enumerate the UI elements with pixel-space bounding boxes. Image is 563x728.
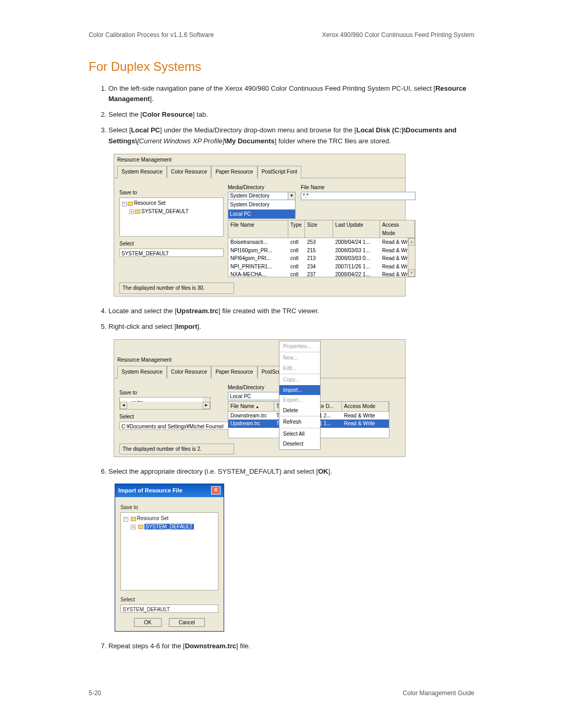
- status-bar: The displayed number of files is 2.: [119, 443, 234, 455]
- save-to-label: Save to: [119, 389, 224, 397]
- tab-bar: System Resource Color Resource Paper Res…: [114, 165, 405, 178]
- tab-paper-resource[interactable]: Paper Resource: [211, 366, 257, 378]
- cancel-button[interactable]: Cancel: [169, 618, 205, 627]
- tab-color-resource[interactable]: Color Resource: [167, 166, 211, 178]
- col-filename[interactable]: File Name: [228, 220, 288, 238]
- folder-icon: [138, 525, 143, 529]
- table-row[interactable]: NPI160gsm_PR...cntl2152008/03/03 1...Rea…: [228, 246, 415, 255]
- ctx-item[interactable]: Export...: [279, 395, 320, 405]
- step-2: Select the [Color Resource] tab.: [108, 109, 474, 120]
- page-title: For Duplex Systems: [89, 59, 474, 74]
- select-label: Select: [119, 413, 224, 421]
- save-to-tree[interactable]: − Resource Set + SYSTEM_DEFAULT: [120, 512, 218, 590]
- ctx-item[interactable]: Delete: [279, 405, 320, 416]
- folder-icon: [128, 202, 133, 206]
- sort-asc-icon: ▲: [255, 405, 259, 409]
- scrollbar-v[interactable]: [203, 398, 210, 402]
- select-field[interactable]: SYSTEM_DEFAULT: [120, 604, 218, 613]
- tab-paper-resource[interactable]: Paper Resource: [211, 166, 257, 178]
- combo-opt[interactable]: System Directory: [228, 200, 295, 209]
- col-access-mode[interactable]: Access Mode: [380, 220, 415, 238]
- step-6: Select the appropriate directory (i.e. S…: [108, 466, 474, 631]
- folder-icon: [135, 209, 140, 214]
- chevron-down-icon[interactable]: ▼: [288, 192, 295, 200]
- tree-collapse-icon[interactable]: −: [122, 202, 127, 206]
- ctx-item[interactable]: Refresh: [279, 417, 320, 427]
- tree-selected[interactable]: SYSTEM_DEFAULT: [144, 524, 194, 529]
- media-directory-dropdown: System Directory Local PC: [228, 200, 296, 219]
- step-3: Select [Local PC] under the Media/Direct…: [108, 125, 474, 296]
- col-filename[interactable]: File Name ▲: [228, 402, 274, 411]
- window-title: Resource Management: [114, 354, 405, 366]
- step-5: Right-click and select [Import]. Propert…: [108, 322, 474, 458]
- col-type[interactable]: Type: [288, 220, 305, 238]
- tab-color-resource[interactable]: Color Resource: [167, 366, 211, 378]
- status-bar: The displayed number of files is 30.: [119, 282, 234, 294]
- file-name-label: File Name: [301, 183, 415, 192]
- file-list-body[interactable]: Boisetransacti...cntl2532008/04/24 1...R…: [228, 238, 415, 277]
- ctx-item[interactable]: Deselect: [279, 439, 320, 449]
- select-field[interactable]: SYSTEM_DEFAULT: [119, 249, 224, 257]
- tree-expand-icon[interactable]: +: [131, 525, 136, 529]
- tree-expand-icon[interactable]: +: [129, 209, 134, 214]
- context-menu: Properties...New...Edit...Copy...Import.…: [279, 341, 321, 450]
- tab-system-resource[interactable]: System Resource: [117, 166, 167, 178]
- step-7: Repeat steps 4-6 for the [Downstream.trc…: [108, 641, 474, 651]
- save-to-label: Save to: [119, 189, 224, 197]
- scrollbar-h[interactable]: ◄►: [120, 402, 210, 409]
- dialog-title: Import of Resource File: [118, 486, 182, 495]
- step-1: On the left-side navigation pane of the …: [108, 83, 474, 104]
- dialog-titlebar: Import of Resource File ×: [115, 484, 224, 497]
- table-row[interactable]: NXA-MECHA...cntl2372008/04/22 1...Read &…: [228, 270, 415, 277]
- select-field[interactable]: C:¥Documents and Settings¥Michel Fournel: [119, 422, 239, 430]
- tab-postscript-font[interactable]: PostScript Font: [258, 166, 301, 178]
- import-dialog: Import of Resource File × Save to − Reso…: [115, 484, 224, 632]
- file-list: File Name Type Size Last Update Access M…: [228, 220, 415, 277]
- media-directory-combo[interactable]: System Directory ▼: [228, 192, 296, 200]
- save-to-tree[interactable]: −Resource Set +SYSTEM_DEFAULT: [119, 198, 224, 237]
- ctx-item[interactable]: Import...: [279, 385, 320, 396]
- ctx-item[interactable]: Copy...: [279, 375, 320, 385]
- combo-opt[interactable]: Local PC: [228, 209, 295, 219]
- scrollbar-v[interactable]: ▲▼: [408, 238, 415, 277]
- step-4: Locate and select the [Upstream.trc] fil…: [108, 306, 474, 316]
- tab-system-resource[interactable]: System Resource: [117, 366, 167, 378]
- page-footer: 5-20 Color Management Guide: [89, 689, 474, 697]
- screenshot-resource-mgmt-1: Resource Management System Resource Colo…: [114, 154, 406, 297]
- tree-collapse-icon[interactable]: −: [124, 517, 128, 522]
- col-size[interactable]: Size: [305, 220, 333, 238]
- window-title: Resource Management: [114, 154, 405, 166]
- ctx-item[interactable]: Edit...: [279, 363, 320, 374]
- save-to-label: Save to: [120, 503, 218, 512]
- tab-bar: System Resource Color Resource Paper Res…: [114, 365, 405, 378]
- screenshot-resource-mgmt-2: Properties...New...Edit...Copy...Import.…: [114, 339, 406, 458]
- table-row[interactable]: Boisetransacti...cntl2532008/04/24 1...R…: [228, 238, 415, 246]
- save-to-tree[interactable]: trc ◄►: [119, 397, 211, 410]
- footer-right: Color Management Guide: [403, 689, 474, 697]
- ctx-item[interactable]: Select All: [279, 429, 320, 439]
- col-access-mode[interactable]: Access Mode: [342, 402, 389, 411]
- header-left: Color Calibration Process for v1.1.6 Sof…: [89, 31, 214, 39]
- header-right: Xerox 490/980 Color Continuous Feed Prin…: [322, 31, 474, 39]
- folder-icon: [131, 517, 136, 521]
- close-icon[interactable]: ×: [211, 486, 221, 495]
- ok-button[interactable]: OK: [134, 618, 161, 627]
- page-number: 5-20: [89, 689, 101, 697]
- media-directory-label: Media/Directory: [228, 183, 296, 192]
- file-name-field[interactable]: *.*: [301, 192, 415, 200]
- page-header: Color Calibration Process for v1.1.6 Sof…: [89, 31, 474, 39]
- select-label: Select: [119, 240, 224, 248]
- col-last-update[interactable]: Last Update: [333, 220, 380, 238]
- ctx-item[interactable]: Properties...: [279, 341, 320, 352]
- table-row[interactable]: NPI_PRINTER1...cntl2342007/11/26 1...Rea…: [228, 263, 415, 271]
- select-label: Select: [120, 596, 218, 604]
- ctx-item[interactable]: New...: [279, 353, 320, 363]
- table-row[interactable]: NPI64gsm_PRI...cntl2132008/03/03 0...Rea…: [228, 254, 415, 263]
